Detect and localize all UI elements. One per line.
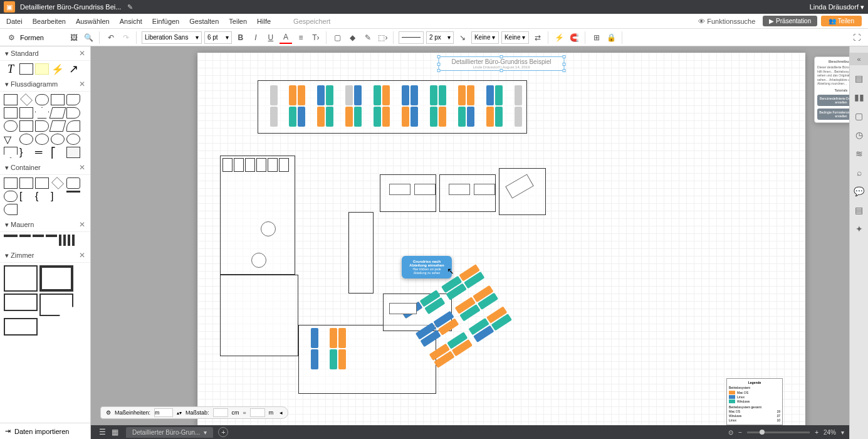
shape-wall5[interactable] (59, 235, 61, 246)
ruler-toolbar[interactable]: ⚙ Maßeinheiten: ▴▾ Maßstab: cm = m ◂ (100, 406, 288, 419)
history-icon[interactable]: ◷ (854, 129, 865, 140)
canvas-title-selected[interactable]: Detaillierter Büro-Grundriss Beispiel Li… (439, 56, 565, 71)
collapse-ruler-icon[interactable]: ◂ (280, 410, 283, 416)
shape-flow2[interactable] (19, 107, 33, 119)
shape-arrow[interactable]: ↗ (66, 63, 80, 75)
find-icon[interactable]: ⌕ (854, 167, 865, 178)
grid-view-icon[interactable]: ▦ (108, 426, 121, 438)
gear-icon[interactable]: ⚙ (106, 410, 111, 416)
close-icon[interactable]: ✕ (79, 251, 85, 260)
shape-flow6[interactable] (19, 120, 33, 132)
shape-predefined[interactable] (51, 94, 65, 105)
ruler-icon[interactable]: ⊞ (590, 31, 603, 44)
magnet-icon[interactable]: 🧲 (568, 31, 581, 44)
shape-cont4[interactable] (51, 177, 64, 189)
shape-decision[interactable] (20, 93, 33, 106)
shape-connector[interactable] (19, 134, 33, 145)
shape-delay[interactable] (35, 120, 49, 132)
border-color-icon[interactable]: ✎ (362, 31, 374, 44)
shape-room5[interactable] (4, 318, 38, 336)
shape-wall2[interactable] (19, 235, 31, 237)
shape-note2[interactable] (66, 147, 80, 158)
shape-database[interactable] (66, 107, 80, 119)
document-title[interactable]: Detaillierter Büro-Grundriss Bei... (20, 3, 121, 11)
bolt-icon[interactable]: ⚡ (553, 31, 566, 44)
folder-icon[interactable]: ▣ (4, 1, 15, 13)
layers-icon[interactable]: ≋ (854, 148, 865, 159)
text-color-icon[interactable]: A (280, 31, 292, 44)
page-canvas[interactable]: Detaillierter Büro-Grundriss Beispiel Li… (197, 53, 805, 439)
swap-icon[interactable]: ⇄ (531, 31, 544, 44)
edit-title-icon[interactable]: ✎ (127, 3, 133, 11)
font-size-select[interactable]: 6 pt▾ (204, 31, 232, 44)
zoom-in-icon[interactable]: + (815, 429, 818, 436)
shape-wall6[interactable] (63, 235, 66, 246)
zoom-value[interactable]: 24% (824, 429, 836, 436)
zoom-slider[interactable] (747, 431, 810, 433)
units-input[interactable] (154, 408, 173, 417)
zoom-fit-icon[interactable]: ⊙ (728, 429, 733, 436)
menu-bearbeiten[interactable]: Bearbeiten (33, 18, 66, 25)
shape-wall3[interactable] (33, 235, 44, 237)
arrow-start-select[interactable]: Keine ▾ (471, 31, 499, 44)
shape-or[interactable] (51, 134, 65, 145)
page-tab[interactable]: Detaillierter Büro-Grun...▾ (126, 427, 213, 438)
align-icon[interactable]: ≡ (295, 31, 307, 44)
tools-icon[interactable]: ✦ (854, 223, 865, 235)
menu-auswaehlen[interactable]: Auswählen (76, 18, 110, 25)
user-menu[interactable]: Linda Dräusdorf ▾ (810, 3, 864, 11)
image-icon[interactable]: 🖼 (68, 31, 80, 44)
underline-icon[interactable]: U (264, 31, 277, 44)
shape-cont10[interactable] (4, 204, 18, 215)
text-options-icon[interactable]: T› (310, 31, 322, 44)
slides-icon[interactable]: ▮▮ (854, 92, 865, 103)
close-icon[interactable]: ✕ (79, 220, 85, 229)
floorplan[interactable]: Grundriss nach Abteilung einsehen Hier k… (207, 80, 795, 439)
shape-cont1[interactable] (4, 177, 18, 189)
section-walls[interactable]: ▾ Mauern✕ (0, 218, 90, 232)
shape-room3[interactable] (4, 294, 38, 311)
shape-wall1[interactable] (4, 235, 18, 237)
menu-datei[interactable]: Datei (6, 18, 23, 25)
italic-icon[interactable]: I (249, 31, 262, 44)
lock-icon[interactable]: 🔒 (605, 31, 618, 44)
data-icon[interactable]: ▤ (854, 204, 865, 216)
layer-tooltip[interactable]: Grundriss nach Abteilung einsehen Hier k… (402, 256, 452, 278)
shape-text[interactable]: T (4, 63, 18, 75)
shape-flow7[interactable] (50, 120, 66, 132)
menu-einfuegen[interactable]: Einfügen (152, 18, 179, 25)
shape-wall7[interactable] (68, 235, 70, 246)
menu-gestalten[interactable]: Gestalten (189, 18, 219, 25)
shape-cont2[interactable] (19, 177, 33, 189)
shape-flow5[interactable] (4, 120, 18, 132)
shapes-toggle[interactable]: ⚙ (5, 31, 18, 44)
menu-teilen[interactable]: Teilen (229, 18, 247, 25)
import-data-button[interactable]: ⇥ Daten importieren (0, 423, 90, 439)
shape-terminator[interactable] (35, 94, 49, 105)
fill-color-icon[interactable]: ◆ (347, 31, 359, 44)
shape-room1[interactable] (4, 265, 38, 292)
shape-hotspot[interactable]: ⚡ (51, 63, 65, 75)
close-icon[interactable]: ✕ (79, 163, 85, 172)
add-page-button[interactable]: + (218, 427, 228, 437)
line-type-icon[interactable]: ↘ (456, 31, 469, 44)
shape-wall4[interactable] (46, 235, 57, 237)
canvas-area[interactable]: Detaillierter Büro-Grundriss Beispiel Li… (91, 46, 849, 439)
shape-offpage[interactable] (4, 147, 18, 158)
section-rooms[interactable]: ▾ Zimmer✕ (0, 248, 90, 263)
comment-icon[interactable]: 💬 (854, 186, 865, 197)
tutorial-button-1[interactable]: Benutzerdefinierte Datenfelder erstellen (817, 95, 849, 106)
close-icon[interactable]: ✕ (79, 80, 85, 88)
expand-panel-icon[interactable]: « (850, 53, 868, 65)
zoom-out-icon[interactable]: − (738, 429, 742, 436)
shape-document[interactable] (66, 94, 80, 105)
shape-cont5[interactable] (66, 177, 80, 189)
present-icon[interactable]: ▢ (854, 110, 865, 122)
list-view-icon[interactable]: ☰ (96, 426, 108, 438)
shape-flow3[interactable] (35, 107, 49, 119)
document-icon[interactable]: ▤ (854, 73, 865, 84)
section-flowchart[interactable]: ▾ Flussdiagramm✕ (0, 77, 90, 92)
close-icon[interactable]: ✕ (79, 49, 85, 58)
shape-cont6[interactable] (4, 191, 18, 202)
tutorial-button-2[interactable]: Bedingte Formatierungen leicht erstellen (817, 108, 849, 120)
